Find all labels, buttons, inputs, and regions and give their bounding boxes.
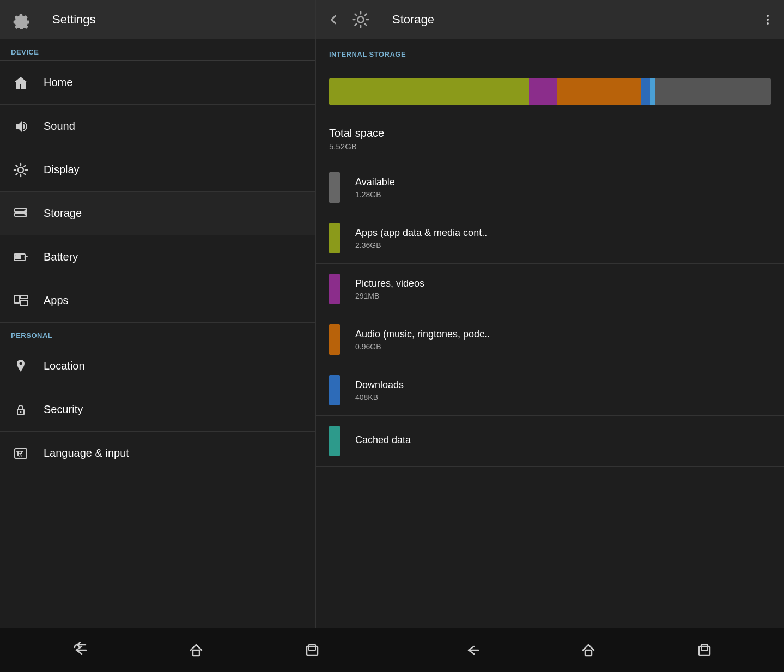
pictures-label: Pictures, videos	[355, 278, 424, 289]
battery-label: Battery	[44, 251, 78, 263]
more-dot-2	[767, 19, 769, 21]
bar-audio	[557, 78, 641, 105]
back-nav-button[interactable]	[61, 638, 99, 663]
home-nav-button[interactable]	[177, 638, 215, 663]
svg-rect-17	[585, 650, 592, 656]
menu-item-language[interactable]: A Language & input	[0, 432, 315, 475]
cached-info: Cached data	[355, 434, 411, 448]
total-space-label: Total space	[329, 127, 771, 140]
apps-storage-value: 2.36GB	[355, 241, 487, 250]
apps-storage-label: Apps (app data & media cont..	[355, 227, 487, 239]
back-button[interactable]	[327, 13, 340, 26]
right-nav-bar	[392, 628, 784, 672]
cached-color-block	[329, 426, 340, 456]
available-color-block	[329, 172, 340, 203]
location-icon	[11, 356, 31, 376]
storage-content: INTERNAL STORAGE Total space 5.52GB	[316, 39, 784, 628]
recents-nav-right-button[interactable]	[685, 638, 724, 663]
right-panel: Storage INTERNAL STORAGE	[316, 0, 784, 628]
pictures-value: 291MB	[355, 292, 424, 300]
menu-item-sound[interactable]: Sound	[0, 105, 315, 148]
bottom-navigation	[0, 628, 784, 672]
sound-label: Sound	[44, 120, 75, 132]
bar-pictures	[529, 78, 557, 105]
location-label: Location	[44, 360, 85, 372]
storage-item-downloads[interactable]: Downloads 408KB	[316, 365, 784, 416]
svg-point-4	[25, 214, 26, 215]
storage-item-cached[interactable]: Cached data	[316, 416, 784, 467]
language-icon: A	[11, 444, 31, 463]
svg-text:A: A	[19, 453, 22, 458]
left-panel: Settings DEVICE Home Sound	[0, 0, 316, 628]
downloads-info: Downloads 408KB	[355, 379, 404, 402]
apps-icon	[11, 291, 31, 311]
storage-label: Storage	[44, 207, 82, 220]
storage-item-pictures[interactable]: Pictures, videos 291MB	[316, 264, 784, 314]
svg-point-3	[25, 209, 26, 211]
left-header: Settings	[0, 0, 315, 39]
settings-title: Settings	[52, 13, 96, 27]
display-icon	[11, 160, 31, 180]
available-value: 1.28GB	[355, 190, 395, 199]
storage-item-audio[interactable]: Audio (music, ringtones, podc.. 0.96GB	[316, 314, 784, 365]
svg-rect-19	[701, 644, 708, 651]
more-options-button[interactable]	[762, 10, 773, 29]
storage-item-apps[interactable]: Apps (app data & media cont.. 2.36GB	[316, 213, 784, 264]
svg-point-12	[358, 17, 364, 23]
bar-downloads2	[650, 78, 655, 105]
audio-info: Audio (music, ringtones, podc.. 0.96GB	[355, 329, 490, 351]
available-label: Available	[355, 177, 395, 188]
available-info: Available 1.28GB	[355, 177, 395, 199]
menu-item-security[interactable]: Security	[0, 388, 315, 432]
internal-storage-label: INTERNAL STORAGE	[316, 39, 784, 65]
security-icon	[11, 400, 31, 420]
menu-item-apps[interactable]: Apps	[0, 279, 315, 323]
home-nav-right-button[interactable]	[569, 638, 607, 663]
menu-item-display[interactable]: Display	[0, 148, 315, 192]
recents-nav-button[interactable]	[293, 638, 331, 663]
storage-bar	[329, 78, 771, 105]
right-header: Storage	[316, 0, 784, 39]
device-section-label: DEVICE	[0, 39, 315, 60]
security-label: Security	[44, 403, 83, 416]
storage-top-divider	[329, 65, 771, 65]
svg-rect-15	[309, 644, 315, 651]
storage-header-gear-icon	[351, 10, 370, 29]
svg-rect-13	[193, 650, 199, 656]
storage-item-available[interactable]: Available 1.28GB	[316, 162, 784, 213]
settings-gear-icon	[11, 10, 31, 29]
menu-item-storage[interactable]: Storage	[0, 192, 315, 235]
apps-label: Apps	[44, 294, 69, 307]
menu-item-location[interactable]: Location	[0, 344, 315, 388]
storage-title: Storage	[392, 13, 753, 27]
svg-point-9	[20, 411, 22, 413]
more-dot-3	[767, 22, 769, 25]
svg-point-0	[18, 167, 23, 173]
pictures-color-block	[329, 274, 340, 304]
home-label: Home	[44, 76, 72, 89]
menu-item-home[interactable]: Home	[0, 61, 315, 105]
bar-available	[655, 78, 771, 105]
sound-icon	[11, 117, 31, 136]
language-label: Language & input	[44, 447, 129, 459]
svg-rect-7	[14, 295, 20, 303]
left-nav-bar	[0, 628, 392, 672]
bar-apps	[329, 78, 529, 105]
svg-rect-6	[15, 255, 21, 259]
audio-color-block	[329, 324, 340, 355]
apps-info: Apps (app data & media cont.. 2.36GB	[355, 227, 487, 250]
audio-value: 0.96GB	[355, 342, 490, 351]
pictures-info: Pictures, videos 291MB	[355, 278, 424, 300]
apps-color-block	[329, 223, 340, 253]
downloads-label: Downloads	[355, 379, 404, 391]
downloads-color-block	[329, 375, 340, 405]
bar-downloads1	[641, 78, 650, 105]
battery-icon	[11, 247, 31, 267]
menu-item-battery[interactable]: Battery	[0, 235, 315, 279]
downloads-value: 408KB	[355, 393, 404, 402]
display-label: Display	[44, 164, 80, 176]
audio-label: Audio (music, ringtones, podc..	[355, 329, 490, 340]
total-space-section[interactable]: Total space 5.52GB	[316, 118, 784, 162]
back-nav-right-button[interactable]	[453, 638, 491, 663]
storage-icon	[11, 204, 31, 223]
